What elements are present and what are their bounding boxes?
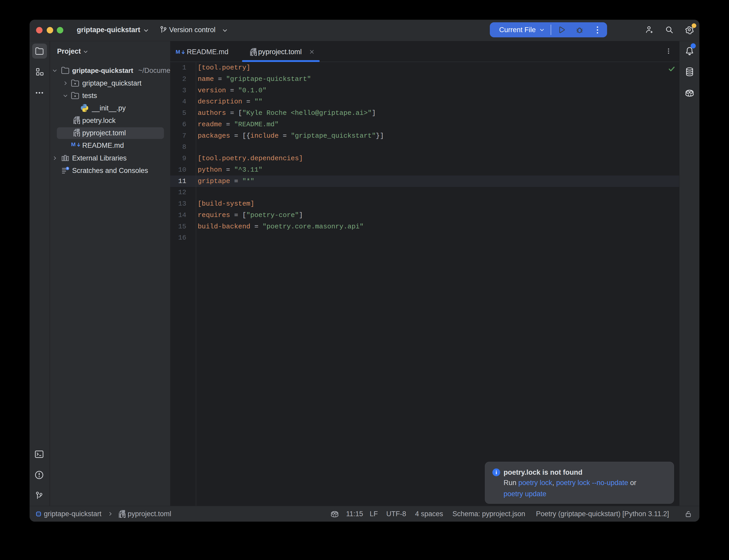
svg-text:M: M (176, 49, 180, 55)
svg-text:M: M (71, 141, 76, 147)
